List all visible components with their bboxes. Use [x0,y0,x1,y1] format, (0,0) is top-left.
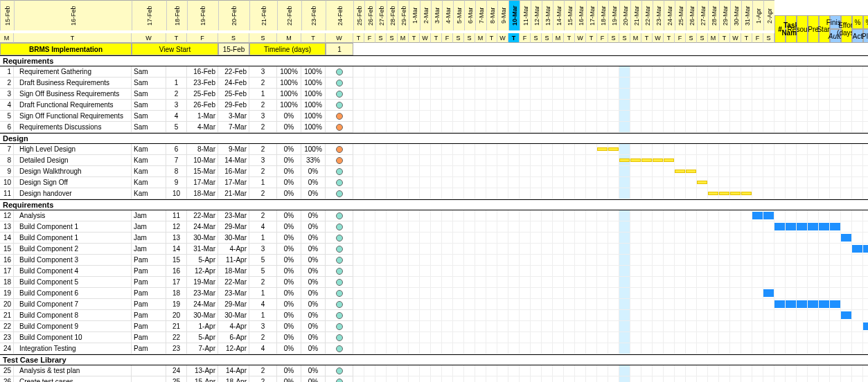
predecessor[interactable]: 14 [166,244,187,255]
task-name[interactable]: Design Walkthrough [14,166,132,177]
task-name[interactable]: Analysis [14,210,132,221]
gantt-bar[interactable] [830,300,840,308]
start-date[interactable]: 1-Mar [187,111,218,122]
task-name[interactable]: Analysis & test plan [14,365,132,376]
task-name[interactable]: Design Sign Off [14,177,132,188]
resource[interactable]: Kam [132,188,166,199]
effort[interactable]: 4 [249,299,277,310]
gantt-bar[interactable] [664,158,674,162]
pct-actual[interactable]: 0% [277,343,301,354]
task-name[interactable]: Create test cases [14,376,132,382]
task-name[interactable]: Build Component 9 [14,321,132,332]
gantt-bar[interactable] [797,300,807,308]
gantt-bar[interactable] [597,147,608,151]
start-date[interactable]: 22-Mar [187,210,218,221]
resource[interactable]: Jam [132,233,166,244]
gantt-bar[interactable] [863,322,868,330]
predecessor[interactable]: 15 [166,255,187,266]
effort[interactable]: 2 [249,277,277,288]
effort[interactable]: 2 [249,332,277,343]
start-date[interactable]: 26-Feb [187,100,218,111]
effort[interactable]: 2 [249,188,277,199]
predecessor[interactable]: 22 [166,332,187,343]
effort[interactable]: 1 [249,310,277,321]
resource[interactable]: Kam [132,144,166,155]
pct-actual[interactable]: 0% [277,210,301,221]
pct-actual[interactable]: 0% [277,221,301,233]
start-date[interactable]: 19-Mar [187,277,218,288]
gantt-bar[interactable] [675,170,685,173]
start-date[interactable]: 30-Mar [187,233,218,244]
gantt-bar[interactable] [763,212,774,219]
effort[interactable]: 2 [249,376,277,382]
start-date[interactable]: 31-Mar [187,244,218,255]
gantt-bar[interactable] [852,245,862,253]
task-name[interactable]: Sign Off Functional Requirements [14,111,132,122]
task-name[interactable]: Build Component 2 [14,244,132,255]
predecessor[interactable]: 2 [166,89,187,100]
effort[interactable]: 1 [249,233,277,244]
gantt-bar[interactable] [619,158,630,162]
effort[interactable]: 3 [249,66,277,78]
predecessor[interactable]: 24 [166,365,187,376]
pct-actual[interactable]: 100% [277,100,301,111]
resource[interactable]: Pam [132,266,166,277]
start-date[interactable]: 13-Apr [187,365,218,376]
predecessor[interactable]: 18 [166,288,187,299]
start-date[interactable]: 30-Mar [187,310,218,321]
predecessor[interactable]: 3 [166,100,187,111]
task-name[interactable]: Build Component 10 [14,332,132,343]
predecessor[interactable]: 6 [166,144,187,155]
pct-actual[interactable]: 0% [277,177,301,188]
pct-actual[interactable]: 0% [277,255,301,266]
section-header[interactable]: Requirements [0,199,868,210]
gantt-bar[interactable] [841,311,851,319]
gantt-bar[interactable] [786,223,796,230]
gantt-bar[interactable] [752,212,763,219]
start-date[interactable]: 25-Feb [187,89,218,100]
predecessor[interactable]: 20 [166,310,187,321]
effort[interactable]: 1 [249,177,277,188]
gantt-bar[interactable] [774,223,785,230]
gantt-bar[interactable] [841,234,851,242]
predecessor[interactable]: 5 [166,122,187,133]
predecessor[interactable]: 12 [166,221,187,233]
effort[interactable]: 1 [249,89,277,100]
start-date[interactable]: 24-Mar [187,221,218,233]
pct-actual[interactable]: 0% [277,244,301,255]
resource[interactable] [132,365,166,376]
start-date[interactable]: 10-Mar [187,155,218,166]
predecessor[interactable] [166,66,187,78]
predecessor[interactable]: 13 [166,233,187,244]
effort[interactable]: 4 [249,343,277,354]
start-date[interactable]: 24-Mar [187,299,218,310]
section-header[interactable]: Test Case Library [0,354,868,365]
gantt-bar[interactable] [819,300,829,308]
pct-actual[interactable]: 100% [277,78,301,89]
start-date[interactable]: 7-Apr [187,343,218,354]
timeline-step[interactable]: 1 [326,43,353,55]
effort[interactable]: 3 [249,155,277,166]
gantt-bar[interactable] [641,158,652,162]
pct-actual[interactable]: 0% [277,266,301,277]
resource[interactable]: Sam [132,78,166,89]
task-name[interactable]: Build Component 8 [14,310,132,321]
pct-actual[interactable]: 0% [277,299,301,310]
section-header[interactable]: Requirements [0,55,868,66]
gantt-bar[interactable] [719,192,729,195]
predecessor[interactable]: 4 [166,111,187,122]
predecessor[interactable]: 21 [166,321,187,332]
start-date[interactable]: 23-Mar [187,288,218,299]
task-name[interactable]: Integration Testing [14,343,132,354]
task-name[interactable]: Requirements Discussions [14,122,132,133]
gantt-bar[interactable] [797,223,807,230]
resource[interactable]: Pam [132,343,166,354]
gantt-bar[interactable] [630,158,641,162]
effort[interactable]: 2 [249,144,277,155]
resource[interactable]: Kam [132,155,166,166]
pct-actual[interactable]: 0% [277,365,301,376]
task-name[interactable]: Build Component 5 [14,277,132,288]
resource[interactable]: Pam [132,299,166,310]
effort[interactable]: 2 [249,122,277,133]
pct-actual[interactable]: 100% [277,66,301,78]
